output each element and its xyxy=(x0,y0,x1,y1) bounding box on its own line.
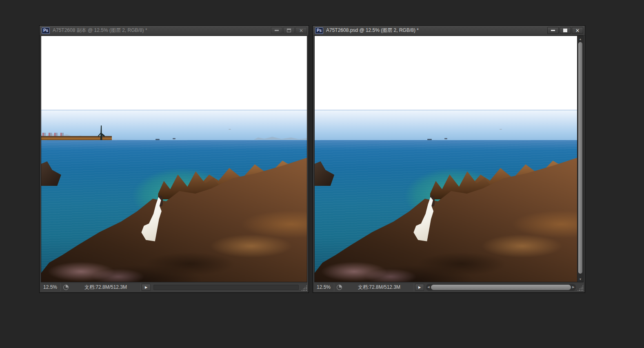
window-title: A75T2608.psd @ 12.5% (图层 2, RGB/8) * xyxy=(326,27,547,34)
photo-canvas[interactable] xyxy=(41,36,307,282)
distant-ship xyxy=(173,138,175,139)
divider xyxy=(414,283,414,291)
horizontal-scrollbar-track[interactable] xyxy=(153,285,299,290)
document-size-info: 文档:72.8M/512.3M xyxy=(71,284,140,291)
distant-ship xyxy=(155,139,160,140)
document-window-copy: Ps A75T2608 副本 @ 12.5% (图层 2, RGB/8) * ✕ xyxy=(39,25,309,293)
minimize-button[interactable] xyxy=(547,27,559,34)
resize-grip[interactable] xyxy=(301,285,307,291)
minimize-button[interactable] xyxy=(271,27,282,34)
window-controls: ✕ xyxy=(271,27,307,34)
divider xyxy=(140,283,141,291)
distant-ship xyxy=(427,139,431,140)
restore-icon xyxy=(563,29,567,32)
canvas-area xyxy=(41,36,307,282)
window-controls: ✕ xyxy=(547,27,583,34)
divider xyxy=(60,283,61,291)
vertical-scrollbar-thumb[interactable] xyxy=(578,42,582,274)
title-bar[interactable]: Ps A75T2608.psd @ 12.5% (图层 2, RGB/8) * … xyxy=(313,26,585,36)
restore-icon xyxy=(287,29,291,32)
scroll-right-button[interactable]: ▶ xyxy=(571,286,576,289)
restore-button[interactable] xyxy=(560,27,571,34)
photoshop-icon: Ps xyxy=(315,27,323,34)
photo-canvas[interactable] xyxy=(315,36,577,282)
document-window-psd: Ps A75T2608.psd @ 12.5% (图层 2, RGB/8) * … xyxy=(313,25,585,293)
distant-ship xyxy=(444,138,447,139)
restore-button[interactable] xyxy=(283,27,295,34)
status-flyout-button[interactable]: ▶ xyxy=(142,284,151,291)
document-profile-icon[interactable] xyxy=(337,285,342,290)
title-bar[interactable]: Ps A75T2608 副本 @ 12.5% (图层 2, RGB/8) * ✕ xyxy=(40,26,309,36)
status-flyout-button[interactable]: ▶ xyxy=(415,284,424,291)
zoom-level-field[interactable]: 12.5% xyxy=(314,284,334,290)
scroll-left-button[interactable]: ◀ xyxy=(426,286,431,289)
vertical-scrollbar[interactable]: ▲ ▼ xyxy=(577,36,583,282)
sky-overexposed xyxy=(41,36,307,110)
window-title: A75T2608 副本 @ 12.5% (图层 2, RGB/8) * xyxy=(53,27,271,34)
horizontal-scrollbar-thumb[interactable] xyxy=(431,285,571,290)
document-profile-icon[interactable] xyxy=(63,285,69,290)
minimize-icon xyxy=(275,30,279,31)
scroll-up-button[interactable]: ▲ xyxy=(577,36,583,42)
sky-overexposed xyxy=(315,36,577,110)
zoom-level-field[interactable]: 12.5% xyxy=(41,284,60,290)
minimize-icon xyxy=(551,30,555,31)
close-button[interactable]: ✕ xyxy=(295,27,307,34)
scroll-down-button[interactable]: ▼ xyxy=(577,276,583,282)
resize-grip[interactable] xyxy=(577,285,584,291)
canvas-area: ▲ ▼ xyxy=(314,36,584,282)
horizontal-scrollbar[interactable]: ◀ ▶ xyxy=(426,284,576,291)
status-bar: 12.5% 文档:72.8M/512.3M ▶ ◀ ▶ xyxy=(314,283,584,291)
close-icon: ✕ xyxy=(299,28,303,33)
status-bar: 12.5% 文档:72.8M/512.3M ▶ xyxy=(41,283,307,291)
photoshop-icon: Ps xyxy=(42,27,50,34)
document-size-info: 文档:72.8M/512.3M xyxy=(344,284,414,291)
sky-gradient xyxy=(315,110,577,141)
divider xyxy=(334,283,334,291)
close-icon: ✕ xyxy=(575,28,580,33)
close-button[interactable]: ✕ xyxy=(572,27,583,34)
